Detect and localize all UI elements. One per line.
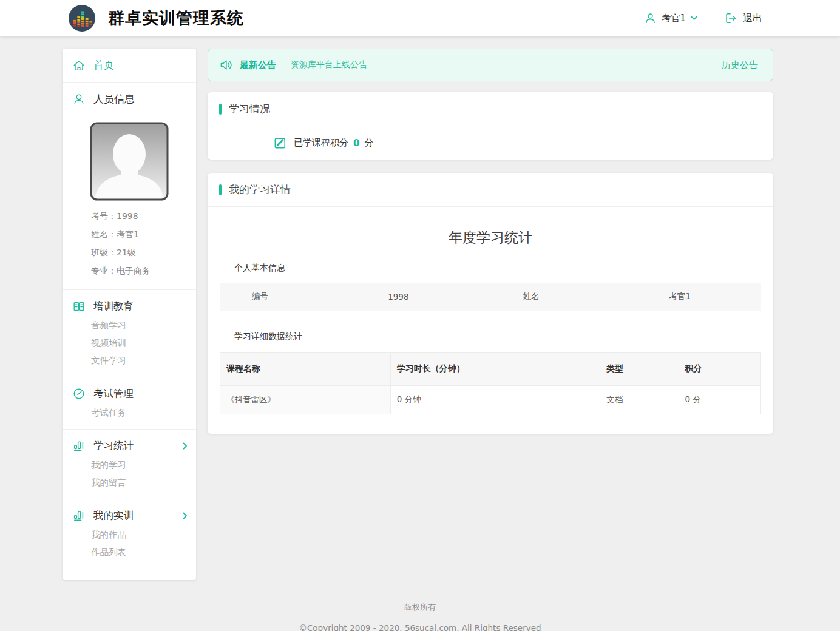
avatar	[90, 122, 169, 201]
sidebar: 首页 人员信息	[63, 49, 196, 580]
sidebar-item-profile[interactable]: 人员信息	[63, 83, 196, 116]
app-logo-icon	[68, 4, 96, 32]
announcement-bar: 最新公告 资源库平台上线公告 历史公告	[208, 49, 773, 81]
main-content: 最新公告 资源库平台上线公告 历史公告 学习情况 已学课程积分 0 分	[208, 49, 773, 434]
study-detail-card: 我的学习详情 年度学习统计 个人基本信息 编号 1998 姓名 考官1 学习详细…	[208, 173, 773, 434]
announcement-label: 最新公告	[240, 59, 276, 71]
study-status-title: 学习情况	[229, 102, 270, 116]
group-label: 培训教育	[93, 300, 134, 313]
study-status-header: 学习情况	[208, 92, 773, 126]
footer-copyright-en: ©Copyright 2009 - 2020. 56sucai.com. All…	[0, 613, 840, 631]
sidebar-item-exam[interactable]: 考试管理	[63, 380, 196, 404]
sidebar-group-my-practice: 我的实训 我的作品 作品列表	[63, 499, 196, 569]
study-detail-body: 年度学习统计 个人基本信息 编号 1998 姓名 考官1 学习详细数据统计 课程…	[208, 207, 773, 434]
user-name: 考官1	[662, 13, 686, 24]
top-bar: 群卓实训管理系统 考官1	[0, 0, 840, 36]
sidebar-group-exam: 考试管理 考试任务	[63, 377, 196, 430]
col-type: 类型	[600, 353, 679, 386]
col-duration: 学习时长（分钟）	[390, 353, 600, 386]
sidebar-group-training: 培训教育 音频学习 视频培训 文件学习	[63, 290, 196, 377]
sidebar-item-works-list[interactable]: 作品列表	[63, 544, 196, 561]
edit-icon	[273, 136, 287, 150]
logout-label: 退出	[743, 12, 762, 25]
table-header-row: 课程名称 学习时长（分钟） 类型 积分	[220, 353, 761, 386]
bar-chart-icon	[72, 509, 86, 522]
user-icon	[644, 12, 657, 25]
history-announcements-link[interactable]: 历史公告	[722, 59, 758, 71]
basic-info-id-label: 编号	[220, 291, 333, 302]
study-detail-header: 我的学习详情	[208, 173, 773, 207]
group-label: 我的实训	[93, 509, 134, 522]
footer-copyright-cn: 版权所有	[0, 580, 840, 613]
logout-button[interactable]: 退出	[724, 12, 762, 25]
accent-bar	[219, 184, 222, 195]
profile-name: 姓名：考官1	[91, 225, 196, 243]
basic-info-name-value: 考官1	[598, 291, 761, 302]
book-icon	[72, 300, 86, 313]
sidebar-item-audio-study[interactable]: 音频学习	[63, 317, 196, 334]
accent-bar	[219, 104, 222, 115]
sidebar-item-my-practice[interactable]: 我的实训	[63, 502, 196, 526]
col-score: 积分	[679, 353, 760, 386]
study-status-body: 已学课程积分 0 分	[208, 126, 773, 160]
sidebar-item-exam-tasks[interactable]: 考试任务	[63, 404, 196, 422]
sidebar-item-study-stats[interactable]: 学习统计	[63, 432, 196, 456]
logout-icon	[724, 12, 737, 25]
sidebar-profile-label: 人员信息	[93, 92, 135, 106]
profile-exam-no: 考号：1998	[91, 207, 196, 225]
page-footer: 版权所有 ©Copyright 2009 - 2020. 56sucai.com…	[0, 580, 840, 631]
sidebar-item-my-study[interactable]: 我的学习	[63, 456, 196, 474]
col-course-name: 课程名称	[220, 353, 391, 386]
chevron-down-icon	[691, 16, 697, 21]
chevron-right-icon	[183, 512, 188, 519]
cell-type: 文档	[600, 386, 679, 414]
app-title: 群卓实训管理系统	[108, 7, 244, 29]
group-label: 学习统计	[93, 439, 134, 453]
home-icon	[72, 59, 86, 72]
cell-duration: 0 分钟	[390, 386, 600, 414]
basic-info-name-label: 姓名	[463, 291, 598, 302]
cell-course-name: 《抖音雷区》	[220, 386, 391, 414]
chevron-right-icon	[183, 442, 188, 450]
bar-chart-icon	[72, 439, 86, 453]
annual-stats-title: 年度学习统计	[220, 207, 761, 263]
sidebar-home-label: 首页	[93, 58, 114, 72]
sidebar-item-my-works[interactable]: 我的作品	[63, 526, 196, 544]
table-row: 《抖音雷区》 0 分钟 文档 0 分	[220, 386, 761, 414]
basic-info-row: 编号 1998 姓名 考官1	[220, 283, 761, 311]
announcement-link[interactable]: 资源库平台上线公告	[291, 59, 367, 70]
profile-major: 专业：电子商务	[91, 262, 196, 280]
sidebar-item-my-messages[interactable]: 我的留言	[63, 474, 196, 491]
sidebar-item-training[interactable]: 培训教育	[63, 292, 196, 317]
study-stats-table: 课程名称 学习时长（分钟） 类型 积分 《抖音雷区》 0 分钟 文档 0 分	[220, 352, 761, 414]
study-status-card: 学习情况 已学课程积分 0 分	[208, 92, 773, 160]
score-value: 0	[353, 138, 359, 149]
group-label: 考试管理	[93, 387, 134, 400]
sidebar-group-study-stats: 学习统计 我的学习 我的留言	[63, 430, 196, 499]
score-label: 已学课程积分	[294, 137, 348, 149]
user-menu[interactable]: 考官1	[644, 12, 697, 25]
profile-class: 班级：21级	[91, 243, 196, 262]
cell-score: 0 分	[679, 386, 760, 414]
profile-details: 考号：1998 姓名：考官1 班级：21级 专业：电子商务	[63, 201, 196, 290]
sidebar-item-video-training[interactable]: 视频培训	[63, 334, 196, 352]
basic-info-id-value: 1998	[333, 292, 463, 302]
stats-table-label: 学习详细数据统计	[220, 331, 761, 342]
sidebar-item-home[interactable]: 首页	[63, 49, 196, 83]
speaker-icon	[219, 58, 234, 72]
score-unit: 分	[364, 137, 373, 149]
sidebar-item-file-study[interactable]: 文件学习	[63, 352, 196, 369]
clock-icon	[72, 387, 86, 400]
person-icon	[72, 93, 86, 106]
basic-info-label: 个人基本信息	[220, 263, 761, 274]
study-detail-title: 我的学习详情	[229, 183, 291, 197]
